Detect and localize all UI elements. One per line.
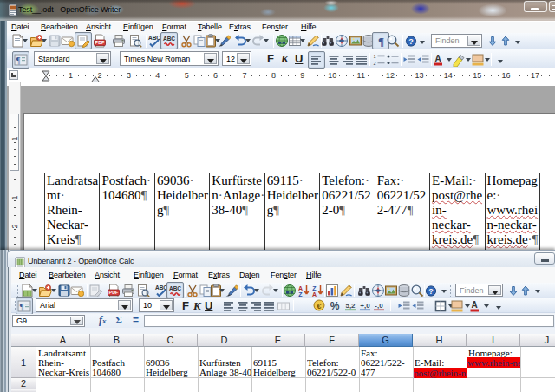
svg-text:A: A (298, 285, 303, 291)
svg-text:5,2: 5,2 (345, 302, 356, 310)
svg-text:ABC: ABC (148, 35, 160, 41)
svg-text:ABC: ABC (169, 285, 181, 291)
svg-text:PDF: PDF (109, 290, 119, 295)
svg-text:A: A (434, 54, 441, 63)
svg-text:¶: ¶ (16, 56, 21, 65)
svg-text:+,0: +,0 (360, 302, 370, 310)
svg-text:?: ? (428, 287, 434, 296)
svg-text:Z: Z (298, 291, 303, 297)
svg-text:¶: ¶ (20, 302, 24, 311)
svg-text:A: A (471, 300, 477, 310)
svg-text:ABC: ABC (163, 36, 175, 42)
svg-text:-,0: -,0 (375, 302, 383, 310)
svg-text:1: 1 (373, 54, 375, 59)
svg-text:Z: Z (312, 285, 317, 291)
svg-text:¶: ¶ (378, 35, 384, 48)
svg-text:€: € (317, 302, 321, 310)
svg-text:A: A (312, 291, 317, 297)
svg-text:PDF: PDF (95, 40, 105, 45)
svg-text:%: % (330, 300, 340, 312)
svg-text:?: ? (408, 37, 414, 46)
svg-text:2: 2 (373, 61, 375, 66)
